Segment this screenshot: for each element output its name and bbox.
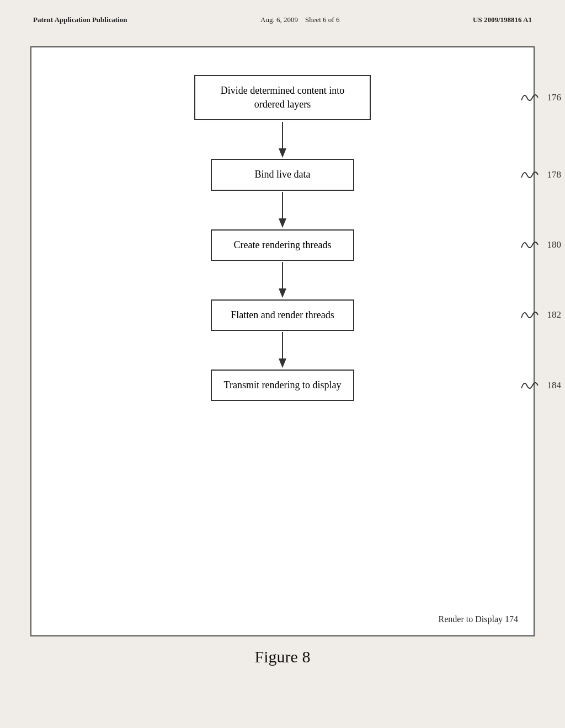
page: Patent Application Publication Aug. 6, 2… (0, 0, 565, 728)
module-label: Render to Display 174 (439, 614, 518, 624)
box-180: Create rendering threads (211, 229, 354, 261)
ref-178: 178 (519, 167, 562, 183)
figure-label: Figure 8 (0, 647, 565, 666)
box-row-178: Bind live data 178 (48, 159, 517, 190)
ref-176-label: 176 (547, 92, 562, 103)
diagram-container: Divide determined content into ordered l… (30, 46, 535, 636)
ref-176: 176 (519, 89, 562, 106)
date-label: Aug. 6, 2009 (260, 15, 298, 24)
flow-step-182: Flatten and render threads 182 (48, 299, 517, 331)
box-180-text: Create rendering threads (234, 239, 332, 250)
box-178-text: Bind live data (255, 169, 311, 180)
header: Patent Application Publication Aug. 6, 2… (0, 0, 565, 30)
patent-number-label: US 2009/198816 A1 (473, 15, 532, 24)
box-row-184: Transmit rendering to display 184 (48, 370, 517, 401)
svg-marker-3 (279, 218, 286, 228)
box-row-176: Divide determined content into ordered l… (48, 75, 517, 120)
header-right: US 2009/198816 A1 (473, 15, 532, 24)
arrow-1 (276, 120, 289, 159)
flow-step-184: Transmit rendering to display 184 (48, 370, 517, 401)
sheet-label: Sheet 6 of 6 (305, 15, 339, 24)
box-184: Transmit rendering to display (211, 370, 354, 401)
box-182: Flatten and render threads (211, 299, 354, 331)
svg-marker-1 (279, 148, 286, 158)
box-184-text: Transmit rendering to display (224, 379, 342, 390)
ref-180-label: 180 (547, 239, 562, 250)
arrow-4 (276, 331, 289, 370)
box-row-180: Create rendering threads 180 (48, 229, 517, 261)
svg-marker-7 (279, 358, 286, 368)
box-178: Bind live data (211, 159, 354, 190)
flow-step-176: Divide determined content into ordered l… (48, 75, 517, 120)
flow-step-178: Bind live data 178 (48, 159, 517, 190)
arrow-3 (276, 261, 289, 299)
figure-label-text: Figure 8 (255, 647, 311, 666)
box-176: Divide determined content into ordered l… (194, 75, 371, 120)
box-176-text: Divide determined content into ordered l… (221, 85, 344, 110)
ref-182-label: 182 (547, 309, 562, 320)
header-center: Aug. 6, 2009 Sheet 6 of 6 (260, 15, 339, 24)
flow-step-180: Create rendering threads 180 (48, 229, 517, 261)
ref-180: 180 (519, 237, 562, 253)
ref-184-label: 184 (547, 380, 562, 391)
arrow-2 (276, 191, 289, 229)
box-row-182: Flatten and render threads 182 (48, 299, 517, 331)
module-label-text: Render to Display 174 (439, 614, 518, 624)
ref-182: 182 (519, 307, 562, 323)
header-left: Patent Application Publication (33, 15, 127, 24)
publication-label: Patent Application Publication (33, 15, 127, 24)
flowchart: Divide determined content into ordered l… (48, 69, 517, 401)
ref-184: 184 (519, 377, 562, 394)
box-182-text: Flatten and render threads (231, 309, 334, 320)
svg-marker-5 (279, 288, 286, 298)
ref-178-label: 178 (547, 169, 562, 180)
